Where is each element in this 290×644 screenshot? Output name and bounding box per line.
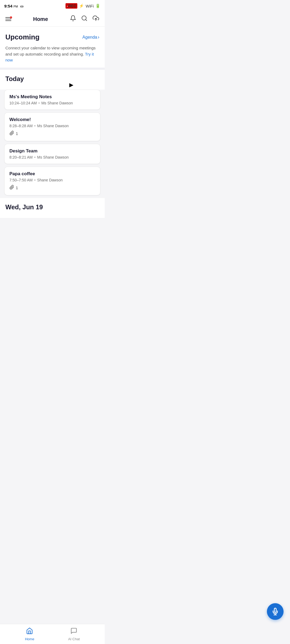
status-icons: REC ⚡ WiFi 🔋 xyxy=(66,3,100,9)
meeting-host-2: Ms Shane Dawson xyxy=(37,124,69,128)
wifi-icon: WiFi xyxy=(86,4,94,8)
clip-count-2: 1 xyxy=(16,131,18,136)
agenda-link[interactable]: Agenda xyxy=(82,34,99,40)
upcoming-section: Upcoming Agenda Connect your calendar to… xyxy=(0,27,105,68)
bell-icon[interactable] xyxy=(70,15,76,23)
meeting-card-4[interactable]: Papa coffee 7:50–7:50 AM • Shane Dawson … xyxy=(4,167,100,195)
search-icon[interactable] xyxy=(81,15,88,23)
meeting-time-2: 8:28–8:28 AM xyxy=(9,124,32,128)
header: Home xyxy=(0,12,105,27)
meta-dot-2: • xyxy=(34,124,35,128)
today-title: Today xyxy=(5,75,99,83)
status-time: 9:54 PM ▭ xyxy=(4,4,23,8)
time-period: PM xyxy=(13,5,18,8)
meeting-card-3[interactable]: Design Team 8:20–8:21 AM • Ms Shane Daws… xyxy=(4,144,100,164)
meeting-host-4: Shane Dawson xyxy=(37,178,63,182)
meeting-title-1: Ms's Meeting Notes xyxy=(9,94,95,100)
meeting-meta-4: 7:50–7:50 AM • Shane Dawson xyxy=(9,178,95,182)
meeting-card-1[interactable]: Ms's Meeting Notes 10:24–10:24 AM • Ms S… xyxy=(4,90,100,110)
today-section: Today xyxy=(0,70,105,90)
meeting-actions-2: 1 xyxy=(9,131,95,137)
meeting-meta-1: 10:24–10:24 AM • Ms Shane Dawson xyxy=(9,101,95,105)
meeting-title-3: Design Team xyxy=(9,148,95,154)
upcoming-description: Connect your calendar to view upcoming m… xyxy=(5,45,99,63)
header-actions xyxy=(70,15,99,23)
upload-cloud-icon[interactable] xyxy=(92,15,99,23)
meta-dot-1: • xyxy=(38,101,40,105)
meeting-host-1: Ms Shane Dawson xyxy=(41,101,73,105)
meeting-card-2[interactable]: Welcome! 8:28–8:28 AM • Ms Shane Dawson … xyxy=(4,112,100,141)
video-icon: ▭ xyxy=(20,4,23,8)
upcoming-header: Upcoming Agenda xyxy=(5,33,99,41)
meeting-meta-3: 8:20–8:21 AM • Ms Shane Dawson xyxy=(9,155,95,159)
rec-text: REC xyxy=(68,4,76,8)
upcoming-desc-text: Connect your calendar to view upcoming m… xyxy=(5,46,96,56)
status-bar: 9:54 PM ▭ REC ⚡ WiFi 🔋 xyxy=(0,0,105,12)
wed-section: Wed, Jun 19 xyxy=(0,198,105,218)
meeting-time-3: 8:20–8:21 AM xyxy=(9,155,32,159)
meeting-list: Ms's Meeting Notes 10:24–10:24 AM • Ms S… xyxy=(0,90,105,195)
rec-badge: REC xyxy=(66,3,77,9)
clip-icon-4 xyxy=(9,185,14,191)
wed-title: Wed, Jun 19 xyxy=(5,203,99,211)
clip-count-4: 1 xyxy=(16,186,18,190)
meeting-actions-4: 1 xyxy=(9,185,95,191)
bluetooth-icon: ⚡ xyxy=(79,3,84,8)
menu-notification-dot xyxy=(10,16,12,19)
clip-icon-2 xyxy=(9,131,14,137)
upcoming-title: Upcoming xyxy=(5,33,39,41)
time-text: 9:54 xyxy=(4,4,12,8)
meeting-time-1: 10:24–10:24 AM xyxy=(9,101,37,105)
meeting-title-2: Welcome! xyxy=(9,117,95,122)
meeting-time-4: 7:50–7:50 AM xyxy=(9,178,32,182)
svg-line-1 xyxy=(86,20,87,21)
meeting-title-4: Papa coffee xyxy=(9,171,95,177)
meeting-host-3: Ms Shane Dawson xyxy=(37,155,69,159)
meeting-meta-2: 8:28–8:28 AM • Ms Shane Dawson xyxy=(9,124,95,128)
meta-dot-3: • xyxy=(34,155,35,159)
page-title: Home xyxy=(33,16,48,22)
meta-dot-4: • xyxy=(34,178,35,182)
section-divider-1 xyxy=(0,68,105,70)
battery-icon: 🔋 xyxy=(95,3,100,8)
menu-button[interactable] xyxy=(5,17,11,21)
